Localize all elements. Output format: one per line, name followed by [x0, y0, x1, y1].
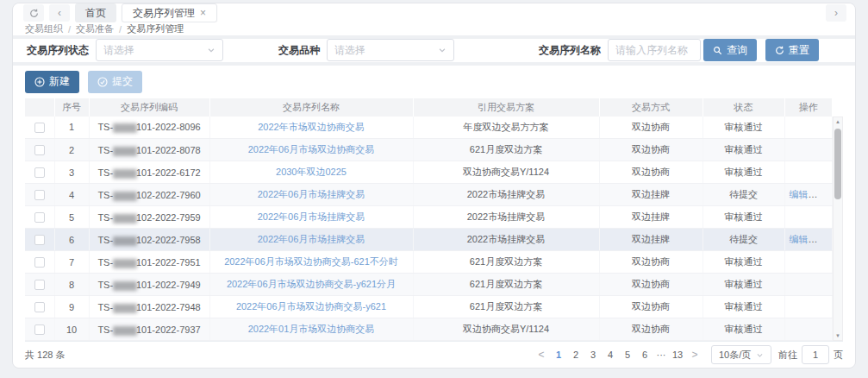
delete-link[interactable]: 删除	[817, 234, 833, 244]
row-actions	[784, 274, 833, 296]
checkbox-cell	[25, 206, 54, 229]
scrollbar-thumb[interactable]	[834, 129, 841, 199]
row-number: 5	[54, 206, 89, 229]
page-number[interactable]: 2	[568, 346, 584, 363]
row-checkbox[interactable]	[34, 145, 45, 155]
row-checkbox[interactable]	[34, 280, 45, 290]
close-icon[interactable]: ×	[200, 8, 206, 18]
tab-sequence-management[interactable]: 交易序列管理 ×	[122, 3, 217, 22]
variety-select[interactable]: 请选择	[327, 39, 454, 61]
row-checkbox[interactable]	[34, 212, 45, 223]
page-number[interactable]: 6	[637, 346, 653, 363]
row-checkbox[interactable]	[34, 190, 45, 200]
status-text: 审核通过	[703, 117, 784, 139]
row-checkbox[interactable]	[34, 123, 45, 133]
row-checkbox[interactable]	[34, 302, 45, 312]
code-suffix: 101-2022-6172	[136, 167, 201, 178]
tab-home[interactable]: 首页	[75, 3, 116, 22]
trade-mode: 双边协商	[599, 161, 703, 184]
sequence-code: TS-█████102-2022-7960	[89, 184, 209, 206]
code-redacted: █████	[113, 123, 136, 132]
code-prefix: TS-	[97, 257, 113, 268]
breadcrumb-item[interactable]: 交易组织	[25, 22, 63, 35]
sequence-name-link[interactable]: 2022年市场双边协商交易	[258, 122, 364, 132]
breadcrumb-separator: /	[119, 24, 122, 35]
reset-button[interactable]: 重置	[765, 39, 819, 61]
vertical-scrollbar[interactable]: ▲ ▼	[833, 117, 843, 342]
row-number: 3	[54, 161, 89, 184]
checkbox-cell	[25, 296, 54, 318]
status-text: 审核通过	[703, 274, 784, 296]
scroll-up-icon[interactable]: ▲	[835, 117, 840, 127]
sequence-name-link[interactable]: 2022年01月市场双边协商交易	[248, 324, 375, 334]
referenced-plan: 2022市场挂牌交易	[413, 229, 599, 251]
trade-mode: 双边协商	[599, 251, 703, 274]
row-actions	[784, 251, 833, 274]
sequence-name-link[interactable]: 2022年06月市场双边协商交易-y621	[236, 301, 386, 312]
breadcrumb-item[interactable]: 交易准备	[76, 22, 114, 35]
sequence-code: TS-█████101-2022-7951	[89, 251, 209, 274]
sequence-name-link[interactable]: 2022年06月市场双边协商交易-621不分时	[224, 256, 398, 267]
code-suffix: 102-2022-7960	[136, 190, 201, 200]
table-row: 9TS-█████101-2022-79482022年06月市场双边协商交易-y…	[25, 296, 833, 318]
create-button[interactable]: 新建	[25, 71, 79, 93]
row-actions	[784, 296, 833, 318]
goto-page-input[interactable]	[802, 345, 829, 364]
edit-link[interactable]: 编辑	[790, 189, 809, 199]
page-number[interactable]: 13	[670, 346, 685, 363]
search-button[interactable]: 查询	[703, 39, 757, 61]
scroll-down-icon[interactable]: ▼	[835, 331, 840, 340]
page-size-select[interactable]: 10条/页	[711, 345, 771, 364]
status-text: 审核通过	[703, 296, 784, 318]
variety-filter-label: 交易品种	[278, 43, 320, 58]
refresh-icon[interactable]	[23, 4, 44, 22]
checkbox-cell	[25, 161, 54, 184]
page-number[interactable]: 4	[603, 346, 618, 363]
delete-link[interactable]: 删除	[817, 189, 833, 199]
edit-link[interactable]: 编辑	[790, 234, 809, 244]
page-number[interactable]: 3	[585, 346, 601, 363]
next-page-icon[interactable]: >	[687, 346, 703, 363]
row-number: 4	[54, 184, 89, 206]
sequence-code: TS-█████102-2022-7958	[89, 229, 209, 251]
code-suffix: 101-2022-7949	[136, 280, 201, 290]
checkbox-cell	[25, 184, 54, 206]
sequence-name-cell: 2022年06月市场双边协商交易-y621	[209, 296, 413, 318]
sequence-name-link[interactable]: 2022年06月市场双边协商交易	[248, 144, 375, 154]
tab-bar: ‹ 首页 交易序列管理 × ›	[13, 3, 855, 22]
page-number[interactable]: 5	[620, 346, 635, 363]
row-actions	[784, 139, 833, 161]
row-number: 9	[54, 296, 89, 318]
code-prefix: TS-	[97, 302, 113, 312]
row-checkbox[interactable]	[34, 257, 45, 268]
row-checkbox[interactable]	[34, 324, 45, 335]
trade-mode: 双边挂牌	[599, 229, 703, 251]
sequence-name-link[interactable]: 2022年06月市场挂牌交易	[258, 234, 365, 244]
code-prefix: TS-	[97, 212, 113, 223]
sequence-name-input[interactable]	[615, 44, 693, 56]
sequence-name-link[interactable]: 2030年双边0225	[276, 167, 347, 177]
table-row: 8TS-█████101-2022-79492022年06月市场双边协商交易-y…	[25, 274, 833, 296]
row-checkbox[interactable]	[34, 167, 45, 178]
sequence-name-link[interactable]: 2022年06月市场双边协商交易-y621分月	[227, 279, 396, 289]
row-checkbox[interactable]	[34, 235, 45, 245]
breadcrumb-item[interactable]: 交易序列管理	[127, 22, 184, 35]
sequence-name-link[interactable]: 2022年06月市场挂牌交易	[258, 211, 365, 222]
submit-circle-icon	[97, 77, 108, 87]
table-row: 7TS-█████101-2022-79512022年06月市场双边协商交易-6…	[25, 251, 833, 274]
sequence-table: 序号交易序列编码交易序列名称引用交易方案交易方式状态操作 1TS-█████10…	[25, 98, 833, 342]
forward-icon[interactable]: ›	[826, 4, 846, 22]
sequence-code: TS-█████102-2022-7959	[89, 206, 209, 229]
pagination-bar: 共 128 条 <123456···13> 10条/页 前往 页	[25, 342, 843, 368]
row-actions	[784, 117, 833, 139]
code-redacted: █████	[113, 147, 136, 155]
code-suffix: 101-2022-7951	[136, 257, 201, 268]
submit-button[interactable]: 提交	[88, 71, 142, 93]
sequence-name-link[interactable]: 2022年06月市场挂牌交易	[258, 189, 365, 199]
page-number[interactable]: 1	[551, 346, 566, 363]
sequence-name-cell: 2022年06月市场挂牌交易	[209, 229, 413, 251]
prev-page-icon[interactable]: <	[534, 346, 549, 363]
table-row: 4TS-█████102-2022-79602022年06月市场挂牌交易2022…	[25, 184, 833, 206]
back-icon[interactable]: ‹	[49, 4, 70, 22]
status-select[interactable]: 请选择	[96, 39, 223, 61]
